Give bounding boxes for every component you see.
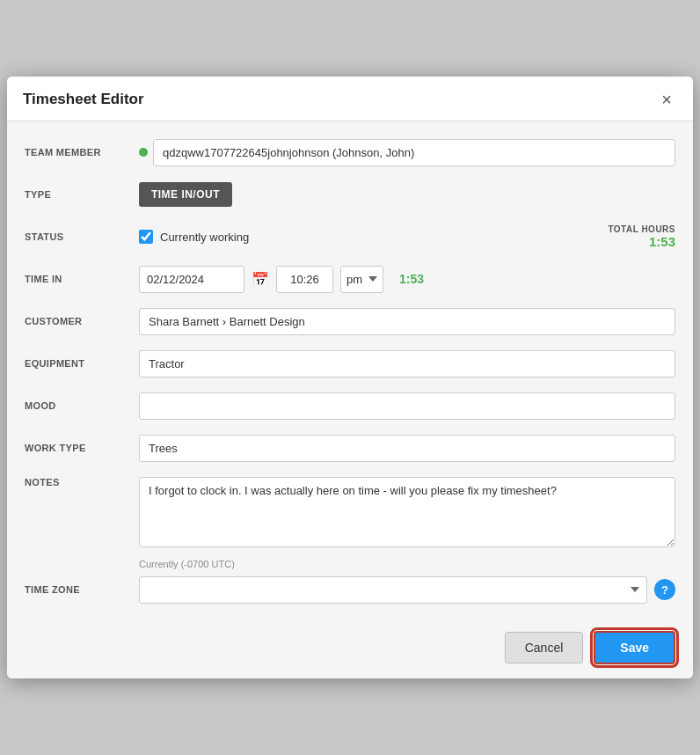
timezone-hint: Currently (-0700 UTC) [139, 559, 675, 569]
total-hours-label: TOTAL HOURS [608, 224, 675, 234]
notes-label: NOTES [25, 477, 139, 487]
status-inner: Currently working [139, 230, 608, 244]
dialog-title: Timesheet Editor [23, 91, 144, 108]
equipment-control [139, 350, 675, 378]
mood-label: MOOD [25, 400, 139, 411]
work-type-input[interactable] [139, 435, 675, 462]
status-row: STATUS Currently working TOTAL HOURS 1:5… [25, 220, 675, 253]
timezone-group: ? [139, 576, 675, 604]
ampm-select[interactable]: am pm [340, 266, 383, 293]
team-member-input[interactable] [153, 139, 675, 166]
currently-working-label: Currently working [160, 231, 249, 244]
team-member-row: TEAM MEMBER [25, 136, 675, 169]
equipment-input[interactable] [139, 350, 675, 378]
time-in-label: TIME IN [25, 274, 139, 284]
work-type-label: WORK TYPE [25, 443, 139, 453]
timezone-label: TIME ZONE [25, 584, 139, 595]
time-input[interactable] [276, 266, 333, 293]
total-hours-value: 1:53 [649, 234, 675, 249]
equipment-row: EQUIPMENT [25, 347, 675, 380]
type-button[interactable]: TIME IN/OUT [139, 182, 232, 207]
date-input[interactable] [139, 266, 244, 293]
team-member-label: TEAM MEMBER [25, 147, 139, 158]
type-control: TIME IN/OUT [139, 182, 675, 207]
customer-row: CUSTOMER [25, 304, 675, 338]
status-label: STATUS [25, 231, 139, 242]
customer-label: CUSTOMER [25, 316, 139, 326]
dialog-header: Timesheet Editor × [7, 77, 693, 121]
type-label: TYPE [25, 189, 139, 200]
calendar-icon[interactable]: 📅 [252, 271, 269, 288]
currently-working-checkbox[interactable] [139, 230, 153, 244]
mood-row: MOOD [25, 389, 675, 422]
team-member-wrapper [139, 139, 675, 166]
notes-control: I forgot to clock in. I was actually her… [139, 477, 675, 550]
total-hours-inline: 1:53 [399, 272, 424, 286]
work-type-row: WORK TYPE [25, 431, 675, 465]
timezone-row: TIME ZONE ? [25, 573, 675, 606]
dialog-body: TEAM MEMBER TYPE TIME IN/OUT STATUS Curr… [7, 121, 693, 619]
status-control: Currently working [139, 230, 608, 244]
timezone-select[interactable] [139, 576, 647, 604]
timesheet-editor-dialog: Timesheet Editor × TEAM MEMBER TYPE TIME… [7, 77, 693, 678]
save-button[interactable]: Save [594, 631, 675, 664]
notes-textarea[interactable]: I forgot to clock in. I was actually her… [139, 477, 675, 547]
work-type-control [139, 435, 675, 462]
notes-row: NOTES I forgot to clock in. I was actual… [25, 473, 675, 550]
close-button[interactable]: × [656, 89, 677, 110]
help-icon[interactable]: ? [654, 579, 675, 600]
type-row: TYPE TIME IN/OUT [25, 178, 675, 211]
cancel-button[interactable]: Cancel [505, 632, 584, 663]
time-in-group: 📅 am pm 1:53 [139, 266, 675, 293]
mood-input[interactable] [139, 392, 675, 420]
online-status-dot [139, 148, 148, 157]
total-hours-block: TOTAL HOURS 1:53 [608, 224, 675, 249]
customer-control [139, 308, 675, 335]
mood-control [139, 392, 675, 420]
dialog-footer: Cancel Save [7, 619, 693, 678]
equipment-label: EQUIPMENT [25, 358, 139, 369]
time-in-row: TIME IN 📅 am pm 1:53 [25, 262, 675, 296]
customer-input[interactable] [139, 308, 675, 335]
